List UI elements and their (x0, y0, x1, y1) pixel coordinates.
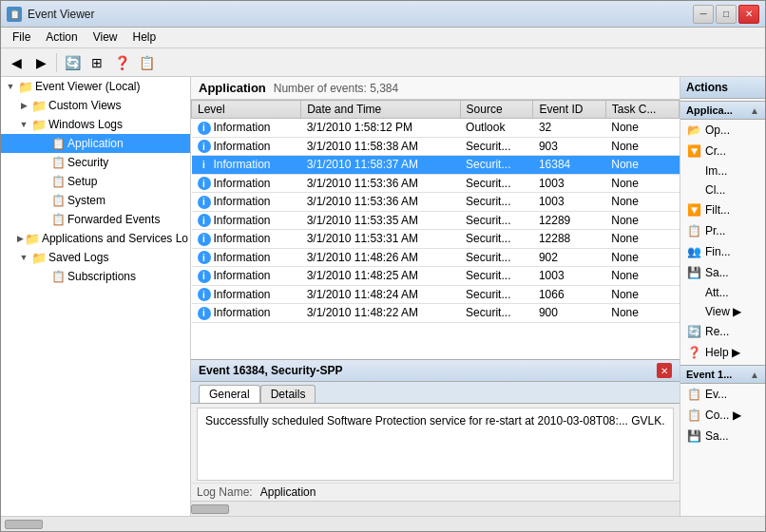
action-item[interactable]: 🔄Re... (680, 321, 765, 342)
cell-level: iInformation (192, 193, 301, 212)
cell-eventid: 1066 (533, 285, 605, 304)
table-row[interactable]: iInformation3/1/2010 1:58:12 PMOutlook32… (192, 119, 680, 138)
minimize-button[interactable]: ─ (693, 5, 714, 24)
back-button[interactable]: ◀ (5, 51, 28, 74)
table-row[interactable]: iInformation3/1/2010 11:53:31 AMSecurit.… (192, 230, 680, 249)
system-label: System (67, 194, 105, 207)
cell-eventid: 32 (533, 119, 605, 138)
action-item[interactable]: 📋Ev... (680, 384, 765, 405)
detail-footer: Log Name: Application (191, 483, 680, 501)
menu-file[interactable]: File (5, 29, 38, 46)
toolbar-separator-1 (56, 53, 57, 72)
info-icon: i (198, 251, 211, 264)
action-item[interactable]: 📋Pr... (680, 220, 765, 241)
action-item[interactable]: Cl... (680, 180, 765, 200)
detail-scrollbar-x[interactable] (191, 501, 680, 516)
table-row[interactable]: iInformation3/1/2010 11:58:38 AMSecurit.… (192, 137, 680, 156)
col-source[interactable]: Source (460, 101, 533, 119)
col-level[interactable]: Level (192, 101, 301, 119)
toolbar: ◀ ▶ 🔄 ⊞ ❓ 📋 (1, 48, 765, 77)
action-item[interactable]: 📂Op... (680, 120, 765, 141)
cell-source: Securit... (460, 211, 533, 230)
table-row[interactable]: iInformation3/1/2010 11:53:36 AMSecurit.… (192, 174, 680, 193)
cell-level: iInformation (192, 156, 301, 175)
table-row[interactable]: iInformation3/1/2010 11:53:35 AMSecurit.… (192, 211, 680, 230)
action-icon: 💾 (686, 265, 701, 280)
close-detail-button[interactable]: ✕ (657, 363, 672, 378)
custom-views-label: Custom Views (48, 99, 121, 112)
app-services-label: Applications and Services Lo (42, 232, 188, 245)
action-item[interactable]: 🔽Cr... (680, 141, 765, 162)
cell-datetime: 3/1/2010 11:53:36 AM (301, 174, 460, 193)
table-row[interactable]: iInformation3/1/2010 11:53:36 AMSecurit.… (192, 193, 680, 212)
table-row[interactable]: iInformation3/1/2010 11:48:25 AMSecurit.… (192, 267, 680, 286)
action-item[interactable]: 👥Fin... (680, 241, 765, 262)
cell-eventid: 1003 (533, 267, 605, 286)
tree-windows-logs[interactable]: ▼ 📁 Windows Logs (1, 115, 190, 134)
action-item[interactable]: 🔽Filt... (680, 200, 765, 220)
close-button[interactable]: ✕ (738, 5, 759, 24)
cell-eventid: 902 (533, 248, 605, 267)
tree-app-services[interactable]: ▶ 📁 Applications and Services Lo (1, 229, 190, 248)
maximize-button[interactable]: □ (716, 5, 737, 24)
bottom-scroll-thumb[interactable] (5, 520, 43, 529)
refresh-button[interactable]: 🔄 (61, 51, 84, 74)
menu-help[interactable]: Help (125, 29, 164, 46)
tree-security[interactable]: 📋 Security (1, 153, 190, 172)
main-window: 📋 Event Viewer ─ □ ✕ File Action View He… (0, 0, 766, 532)
tree-custom-views[interactable]: ▶ 📁 Custom Views (1, 96, 190, 115)
action-item[interactable]: Att... (680, 283, 765, 302)
info-icon: i (198, 214, 211, 227)
tree-subscriptions[interactable]: 📋 Subscriptions (1, 267, 190, 286)
cell-datetime: 3/1/2010 11:48:22 AM (301, 304, 460, 323)
footer-label: Log Name: (197, 485, 253, 499)
setup-expander (35, 174, 50, 189)
view-button[interactable]: ⊞ (86, 51, 108, 74)
action-item[interactable]: 💾Sa... (680, 262, 765, 283)
table-row[interactable]: iInformation3/1/2010 11:48:24 AMSecurit.… (192, 285, 680, 304)
col-eventid[interactable]: Event ID (533, 101, 605, 119)
action-label: Help ▶ (705, 346, 740, 359)
action-item[interactable]: View ▶ (680, 302, 765, 321)
action-icon: 🔽 (686, 202, 701, 218)
bottom-scrollbar[interactable] (1, 516, 765, 531)
action-item[interactable]: Im... (680, 162, 765, 180)
tree-setup[interactable]: 📋 Setup (1, 172, 190, 191)
tab-general[interactable]: General (199, 385, 260, 403)
tree-forwarded-events[interactable]: 📋 Forwarded Events (1, 210, 190, 229)
tree-root[interactable]: ▼ 📁 Event Viewer (Local) (1, 77, 190, 96)
action-item[interactable]: ❓Help ▶ (680, 342, 765, 363)
window-title: Event Viewer (28, 8, 693, 21)
table-row[interactable]: iInformation3/1/2010 11:48:26 AMSecurit.… (192, 248, 680, 267)
detail-tabs: General Details (191, 382, 680, 404)
col-datetime[interactable]: Date and Time (301, 101, 460, 119)
action-item[interactable]: 💾Sa... (680, 426, 765, 446)
saved-logs-expander: ▼ (16, 250, 31, 265)
menu-view[interactable]: View (86, 29, 125, 46)
action-label: Re... (705, 325, 729, 338)
tree-application[interactable]: 📋 Application (1, 134, 190, 153)
info-icon: i (198, 307, 211, 320)
menu-action[interactable]: Action (38, 29, 85, 46)
tree-saved-logs[interactable]: ▼ 📁 Saved Logs (1, 248, 190, 267)
export-button[interactable]: 📋 (135, 51, 158, 74)
tab-details[interactable]: Details (260, 385, 316, 403)
cell-source: Securit... (460, 267, 533, 286)
actions-section2-header[interactable]: Event 1... ▲ (680, 365, 765, 384)
detail-text[interactable]: Successfully scheduled Software Protecti… (197, 408, 674, 481)
table-row[interactable]: iInformation3/1/2010 11:58:37 AMSecurit.… (192, 156, 680, 175)
events-table-container[interactable]: Level Date and Time Source Event ID Task… (191, 100, 680, 359)
actions-header: Actions (680, 77, 765, 99)
detail-panel: Event 16384, Security-SPP ✕ General Deta… (191, 359, 680, 516)
section2-label: Event 1... (686, 369, 732, 380)
tree-system[interactable]: 📋 System (1, 191, 190, 210)
cell-eventid: 16384 (533, 156, 605, 175)
help-button[interactable]: ❓ (110, 51, 133, 74)
forward-button[interactable]: ▶ (29, 51, 52, 74)
detail-scroll-thumb[interactable] (191, 504, 229, 514)
actions-section1-header[interactable]: Applica... ▲ (680, 101, 765, 120)
col-task[interactable]: Task C... (605, 101, 679, 119)
table-row[interactable]: iInformation3/1/2010 11:48:22 AMSecurit.… (192, 304, 680, 323)
action-item[interactable]: 📋Co... ▶ (680, 405, 765, 426)
security-label: Security (67, 156, 108, 169)
